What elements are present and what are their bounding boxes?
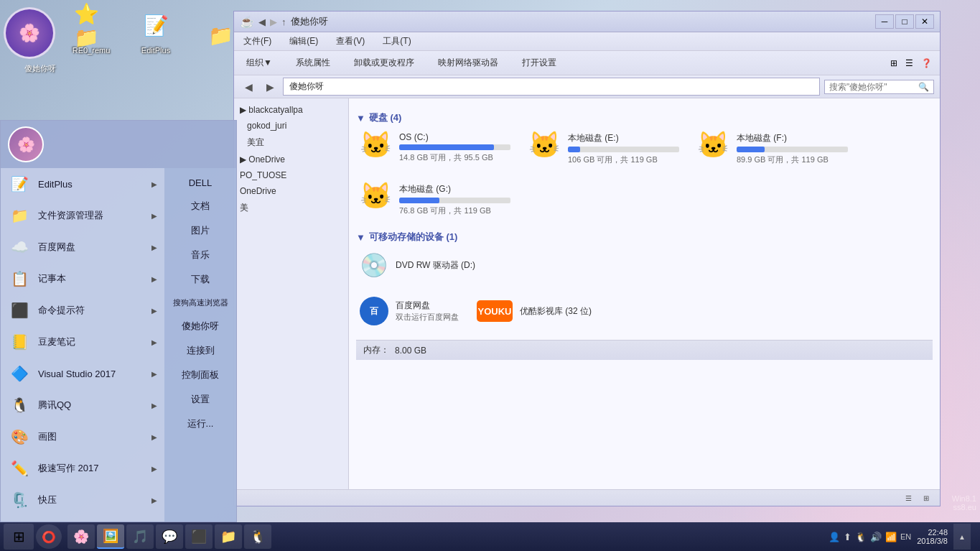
search-input[interactable] xyxy=(829,82,915,92)
search-button[interactable]: ⭕ xyxy=(36,524,62,549)
tray-en-icon[interactable]: EN xyxy=(900,532,911,541)
drive-c-space: 14.8 GB 可用，共 95.5 GB xyxy=(399,152,510,163)
right-music[interactable]: 音乐 xyxy=(164,243,236,267)
menu-doumai[interactable]: 📒 豆麦笔记 ▶ xyxy=(1,326,164,358)
tray-up-icon[interactable]: ⬆ xyxy=(844,532,851,542)
tree-item[interactable]: ▶ blackcatyallpa xyxy=(234,102,348,118)
file-explorer-icon: 📁 xyxy=(8,204,31,227)
menu-editplus[interactable]: 📝 EditPlus ▶ xyxy=(1,168,164,200)
view-btn-grid[interactable]: ⊞ xyxy=(918,491,934,504)
right-pics[interactable]: 图片 xyxy=(164,218,236,243)
right-settings[interactable]: 设置 xyxy=(164,387,236,412)
menu-edit[interactable]: 编辑(E) xyxy=(286,34,322,49)
menu-notepad[interactable]: 📋 记事本 ▶ xyxy=(1,263,164,295)
menu-view[interactable]: 查看(V) xyxy=(332,34,368,49)
right-docs[interactable]: 文档 xyxy=(164,194,236,218)
section-collapse-icon[interactable]: ▼ xyxy=(356,113,365,124)
clock[interactable]: 22:48 2018/3/8 xyxy=(917,528,948,545)
start-left-panel: 📝 EditPlus ▶ 📁 文件资源管理器 ▶ ☁️ 百度网盘 ▶ 📋 记事本… xyxy=(1,168,164,522)
menu-kuaiya[interactable]: 🗜️ 快压 ▶ xyxy=(1,484,164,516)
tray-volume-icon[interactable]: 🔊 xyxy=(870,532,882,542)
tray-wifi-icon[interactable]: 📶 xyxy=(885,532,897,542)
drive-f-bar-fill xyxy=(737,147,765,152)
youku-service[interactable]: YOUKU 优酷影视库 (32 位) xyxy=(473,293,595,329)
cmd-arrow: ▶ xyxy=(151,307,157,315)
menu-file-explorer[interactable]: 📁 文件资源管理器 ▶ xyxy=(1,200,164,231)
tray-network-icon[interactable]: 👤 xyxy=(829,532,840,542)
tray-qq-tray[interactable]: 🐧 xyxy=(855,532,867,542)
taskbar-app-ps[interactable]: 🖼️ xyxy=(97,524,124,549)
tree-item[interactable]: 美 xyxy=(234,199,348,217)
drive-f[interactable]: 🐱 本地磁盘 (F:) 89.9 GB 可用，共 119 GB xyxy=(694,129,851,169)
addr-back-btn[interactable]: ◀ xyxy=(240,78,257,96)
taskbar-app-music[interactable]: 🎵 xyxy=(126,524,154,549)
tree-item[interactable]: gokod_juri xyxy=(234,118,348,134)
menu-cmd[interactable]: ⬛ 命令提示符 ▶ xyxy=(1,295,164,326)
drive-c[interactable]: 🐱 OS (C:) 14.8 GB 可用，共 95.5 GB xyxy=(356,129,514,169)
youku-icon: YOUKU xyxy=(477,300,513,322)
address-input[interactable]: 傻她你呀 xyxy=(283,78,820,96)
minimize-btn[interactable]: ─ xyxy=(875,14,894,29)
right-dell[interactable]: DELL xyxy=(164,172,236,194)
dvd-drive[interactable]: 💿 DVD RW 驱动器 (D:) xyxy=(356,248,500,282)
baidu-service[interactable]: 百 百度网盘 双击运行百度网盘 xyxy=(356,293,462,329)
addr-fwd-btn[interactable]: ▶ xyxy=(261,78,279,96)
section-devices-collapse[interactable]: ▼ xyxy=(356,232,365,243)
drive-e[interactable]: 🐱 本地磁盘 (E:) 106 GB 可用，共 119 GB xyxy=(525,129,683,169)
tree-item[interactable]: PO_TUOSE xyxy=(234,167,348,183)
menu-paint[interactable]: 🎨 画图 ▶ xyxy=(1,421,164,453)
right-connect[interactable]: 连接到 xyxy=(164,338,236,363)
right-download[interactable]: 下载 xyxy=(164,267,236,292)
taskbar-app-cmd[interactable]: ⬛ xyxy=(185,524,213,549)
toolbar-organize[interactable]: 组织▼ xyxy=(240,54,279,72)
right-control-panel[interactable]: 控制面板 xyxy=(164,363,236,387)
menu-file[interactable]: 文件(F) xyxy=(240,34,275,49)
tree-item[interactable]: 美宜 xyxy=(234,134,348,152)
search-icon[interactable]: 🔍 xyxy=(918,82,929,92)
right-run[interactable]: 运行... xyxy=(164,412,236,436)
menu-winsdk[interactable]: 🔧 Windows SoftwareDevelopment Kit ▶ xyxy=(1,516,164,522)
taskbar-app-explorer[interactable]: 📁 xyxy=(215,524,242,549)
toolbar-opensettings[interactable]: 打开设置 xyxy=(515,54,563,72)
desktop-icon-reo[interactable]: ⭐📁 RE0_remu xyxy=(66,9,116,55)
toolbar-mapdrive[interactable]: 映射网络驱动器 xyxy=(431,54,505,72)
right-browser[interactable]: 搜狗高速浏览器 xyxy=(164,292,236,314)
drive-f-space: 89.9 GB 可用，共 119 GB xyxy=(737,154,848,165)
dvd-name: DVD RW 驱动器 (D:) xyxy=(396,259,475,272)
devices-grid: 💿 DVD RW 驱动器 (D:) xyxy=(356,248,933,282)
close-btn[interactable]: ✕ xyxy=(915,14,934,29)
maximize-btn[interactable]: □ xyxy=(895,14,914,29)
desktop-icon-editplus[interactable]: 📝 EditPlus xyxy=(131,9,181,55)
tree-item[interactable]: OneDrive xyxy=(234,183,348,199)
taskbar-app-chat[interactable]: 💬 xyxy=(156,524,183,549)
view-detail-btn[interactable]: ☰ xyxy=(903,56,915,70)
view-btn-list[interactable]: ☰ xyxy=(900,491,916,504)
taskbar-app-qq[interactable]: 🐧 xyxy=(244,524,271,549)
nav-back-btn[interactable]: ◀ xyxy=(258,17,266,27)
menu-vs2017[interactable]: 🔷 Visual Studio 2017 ▶ xyxy=(1,358,164,389)
drive-g-info: 本地磁盘 (G:) 76.8 GB 可用，共 119 GB xyxy=(399,183,510,216)
desktop-top-icons: 🌸 ⭐📁 RE0_remu 📝 EditPlus 📁 xyxy=(4,4,246,55)
toolbar-sysattr[interactable]: 系统属性 xyxy=(289,54,337,72)
nav-tree: ▶ blackcatyallpa gokod_juri 美宜 ▶ OneDriv… xyxy=(234,98,349,489)
notification-area[interactable]: ▲ xyxy=(953,524,971,550)
nav-forward-btn[interactable]: ▶ xyxy=(270,17,277,27)
explorer-body: ▶ blackcatyallpa gokod_juri 美宜 ▶ OneDriv… xyxy=(234,98,940,489)
toolbar-uninstall[interactable]: 卸载或更改程序 xyxy=(347,54,421,72)
help-btn[interactable]: ❓ xyxy=(919,56,934,70)
drive-g[interactable]: 🐱 本地磁盘 (G:) 76.8 GB 可用，共 119 GB xyxy=(356,180,514,220)
right-sha[interactable]: 傻她你呀 xyxy=(164,314,236,338)
desktop-avatar[interactable]: 🌸 xyxy=(4,7,55,59)
view-list-btn[interactable]: ⊞ xyxy=(888,56,900,70)
menu-tools[interactable]: 工具(T) xyxy=(379,34,414,49)
start-button[interactable]: ⊞ xyxy=(4,524,34,550)
nav-up-btn[interactable]: ↑ xyxy=(281,17,286,27)
menu-baidu[interactable]: ☁️ 百度网盘 ▶ xyxy=(1,231,164,263)
drive-g-space: 76.8 GB 可用，共 119 GB xyxy=(399,205,510,216)
menu-jisuwrite[interactable]: ✏️ 极速写作 2017 ▶ xyxy=(1,453,164,484)
profile-avatar[interactable]: 🌸 xyxy=(8,126,44,162)
drive-g-bar-bg xyxy=(399,198,510,203)
menu-qq[interactable]: 🐧 腾讯QQ ▶ xyxy=(1,389,164,421)
taskbar-app-baidu[interactable]: 🌸 xyxy=(67,524,95,549)
tree-item-onedrive[interactable]: ▶ OneDrive xyxy=(234,152,348,167)
